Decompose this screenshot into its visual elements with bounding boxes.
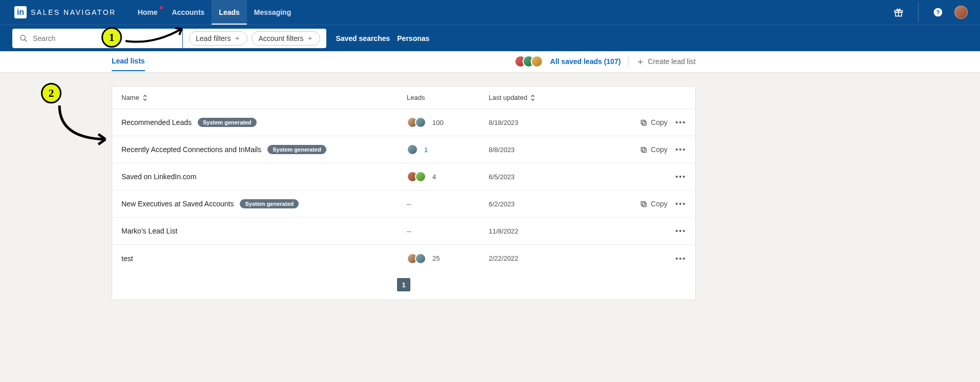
saved-searches-link[interactable]: Saved searches (336, 34, 390, 43)
nav-leads-label: Leads (219, 8, 239, 16)
nav-leads[interactable]: Leads (212, 0, 246, 25)
lead-avatar-group (407, 253, 426, 264)
list-name: Marko's Lead List (121, 227, 177, 235)
more-actions-button[interactable] (674, 228, 687, 234)
copy-label: Copy (651, 118, 668, 126)
more-actions-button[interactable] (674, 119, 687, 125)
table-row[interactable]: test252/22/2022 (112, 245, 695, 272)
lead-count: -- (407, 227, 411, 235)
svg-rect-11 (641, 201, 645, 205)
filter-chip-group: Lead filters ＋ Account filters ＋ (183, 29, 326, 48)
nav-accounts-label: Accounts (172, 8, 205, 16)
more-actions-button[interactable] (674, 201, 687, 207)
table-header: Name Leads Last updated (112, 87, 695, 109)
nav-accounts[interactable]: Accounts (165, 0, 212, 25)
lead-count: -- (407, 200, 411, 208)
list-name: New Executives at Saved Accounts (121, 200, 234, 208)
system-generated-badge: System generated (198, 118, 257, 127)
lead-filters-label: Lead filters (196, 34, 231, 43)
table-row[interactable]: Saved on LinkedIn.com46/5/2023 (112, 163, 695, 190)
personas-link[interactable]: Personas (397, 34, 429, 43)
plus-icon: ＋ (636, 57, 645, 66)
col-leads-header: Leads (407, 94, 489, 101)
table-row[interactable]: Recently Accepted Connections and InMail… (112, 136, 695, 163)
nav-messaging-label: Messaging (254, 8, 291, 16)
last-updated: 11/8/2022 (489, 227, 642, 235)
nav-home[interactable]: Home (131, 0, 165, 25)
more-actions-button[interactable] (674, 174, 687, 180)
sort-icon (142, 95, 148, 101)
avatar-icon (415, 117, 426, 128)
primary-nav: Home Accounts Leads Messaging (131, 0, 299, 25)
notification-dot-icon (160, 6, 163, 9)
lead-filters-chip[interactable]: Lead filters ＋ (189, 31, 247, 46)
page-1-button[interactable]: 1 (397, 278, 410, 291)
account-filters-chip[interactable]: Account filters ＋ (252, 31, 320, 46)
linkedin-logo-icon: in (14, 6, 27, 18)
avatar-icon (415, 171, 426, 182)
nav-messaging[interactable]: Messaging (247, 0, 298, 25)
search-input[interactable] (33, 34, 175, 43)
more-actions-button[interactable] (674, 256, 687, 262)
avatar-icon (407, 144, 418, 155)
table-row[interactable]: Recommended LeadsSystem generated1008/18… (112, 109, 695, 136)
col-name-header[interactable]: Name (112, 94, 407, 101)
pagination: 1 (112, 272, 695, 300)
lead-avatar-group (407, 171, 426, 182)
app-header: in SALES NAVIGATOR Home Accounts Leads M… (0, 0, 980, 51)
lead-avatar-group (407, 144, 418, 155)
col-updated-header[interactable]: Last updated (489, 94, 642, 101)
create-lead-list-button[interactable]: ＋ Create lead list (636, 57, 696, 66)
list-name: Saved on LinkedIn.com (121, 173, 196, 181)
copy-label: Copy (651, 145, 668, 154)
svg-rect-6 (642, 121, 647, 125)
lead-lists-table: Name Leads Last updated Recommended Lead… (112, 86, 696, 300)
copy-button[interactable]: Copy (640, 118, 668, 126)
annotation-marker-2: 2 (41, 83, 61, 103)
system-generated-badge: System generated (240, 199, 299, 208)
plus-icon: ＋ (234, 34, 241, 43)
copy-label: Copy (651, 200, 668, 208)
persona-avatar-stack[interactable] (514, 55, 543, 68)
lead-count[interactable]: 1 (424, 146, 428, 154)
svg-text:?: ? (936, 9, 940, 15)
svg-line-5 (25, 39, 27, 41)
svg-rect-10 (642, 203, 647, 207)
create-lead-list-label: Create lead list (648, 57, 696, 66)
last-updated: 8/8/2023 (489, 146, 642, 154)
divider (918, 2, 919, 23)
lead-count: 100 (432, 119, 444, 126)
nav-home-label: Home (138, 8, 158, 16)
svg-rect-9 (641, 147, 645, 151)
search-icon (19, 34, 28, 43)
svg-rect-8 (642, 148, 647, 153)
list-name: Recommended Leads (121, 118, 192, 126)
lead-count: 4 (432, 173, 436, 181)
gift-icon[interactable] (891, 5, 906, 19)
table-row[interactable]: New Executives at Saved AccountsSystem g… (112, 190, 695, 218)
avatar-icon (415, 253, 426, 264)
copy-icon (640, 146, 648, 154)
product-name: SALES NAVIGATOR (31, 8, 116, 16)
last-updated: 6/2/2023 (489, 200, 642, 208)
svg-rect-7 (641, 120, 645, 124)
table-row[interactable]: Marko's Lead List--11/8/2022 (112, 218, 695, 245)
copy-icon (640, 119, 648, 126)
account-filters-label: Account filters (258, 34, 303, 43)
copy-button[interactable]: Copy (640, 200, 668, 208)
lead-avatar-group (407, 117, 426, 128)
last-updated: 8/18/2023 (489, 119, 642, 126)
svg-point-4 (20, 35, 25, 40)
tab-lead-lists[interactable]: Lead lists (112, 52, 145, 71)
plus-icon: ＋ (306, 34, 314, 43)
lead-count: 25 (432, 254, 440, 262)
last-updated: 2/22/2022 (489, 254, 642, 262)
all-saved-leads-link[interactable]: All saved leads (107) (550, 57, 621, 66)
help-icon[interactable]: ? (931, 5, 945, 19)
list-name: Recently Accepted Connections and InMail… (121, 145, 261, 154)
user-avatar[interactable] (954, 6, 968, 19)
more-actions-button[interactable] (674, 146, 687, 153)
last-updated: 6/5/2023 (489, 173, 642, 181)
copy-icon (640, 200, 648, 208)
copy-button[interactable]: Copy (640, 145, 668, 154)
